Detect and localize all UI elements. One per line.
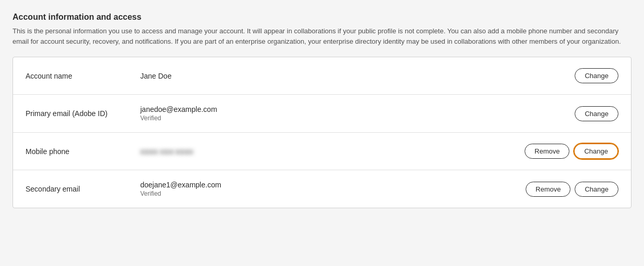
primary-email-value: janedoe@example.com	[140, 105, 575, 113]
row-value-account-name: Jane Doe	[140, 72, 575, 80]
row-value-mobile-phone: ●●●● ●●●-●●●●	[140, 147, 525, 156]
row-label-secondary-email: Secondary email	[26, 185, 140, 193]
row-actions-primary-email: Change	[575, 106, 618, 121]
table-row: Account name Jane Doe Change	[13, 57, 631, 95]
secondary-email-verified: Verified	[140, 190, 526, 197]
row-actions-secondary-email: Remove Change	[526, 182, 618, 197]
mobile-phone-value: ●●●● ●●●-●●●●	[140, 147, 525, 156]
secondary-email-value: doejane1@example.com	[140, 181, 526, 189]
account-name-change-button[interactable]: Change	[575, 68, 618, 83]
mobile-phone-change-button[interactable]: Change	[574, 143, 618, 159]
header-section: Account information and access This is t…	[13, 12, 631, 46]
secondary-email-remove-button[interactable]: Remove	[526, 182, 570, 197]
account-table: Account name Jane Doe Change Primary ema…	[13, 57, 631, 208]
row-label-primary-email: Primary email (Adobe ID)	[26, 109, 140, 118]
row-value-secondary-email: doejane1@example.com Verified	[140, 181, 526, 197]
row-actions-mobile-phone: Remove Change	[525, 143, 618, 159]
table-row: Primary email (Adobe ID) janedoe@example…	[13, 95, 631, 133]
primary-email-verified: Verified	[140, 115, 575, 122]
page-container: Account information and access This is t…	[13, 12, 631, 208]
mobile-phone-remove-button[interactable]: Remove	[525, 144, 569, 159]
page-title: Account information and access	[13, 12, 631, 22]
account-name-value: Jane Doe	[140, 72, 575, 80]
row-actions-account-name: Change	[575, 68, 618, 83]
row-label-account-name: Account name	[26, 72, 140, 80]
header-description: This is the personal information you use…	[13, 26, 631, 46]
row-value-primary-email: janedoe@example.com Verified	[140, 105, 575, 122]
secondary-email-change-button[interactable]: Change	[575, 182, 618, 197]
primary-email-change-button[interactable]: Change	[575, 106, 618, 121]
table-row: Secondary email doejane1@example.com Ver…	[13, 170, 631, 208]
row-label-mobile-phone: Mobile phone	[26, 147, 140, 156]
table-row: Mobile phone ●●●● ●●●-●●●● Remove Change	[13, 133, 631, 170]
